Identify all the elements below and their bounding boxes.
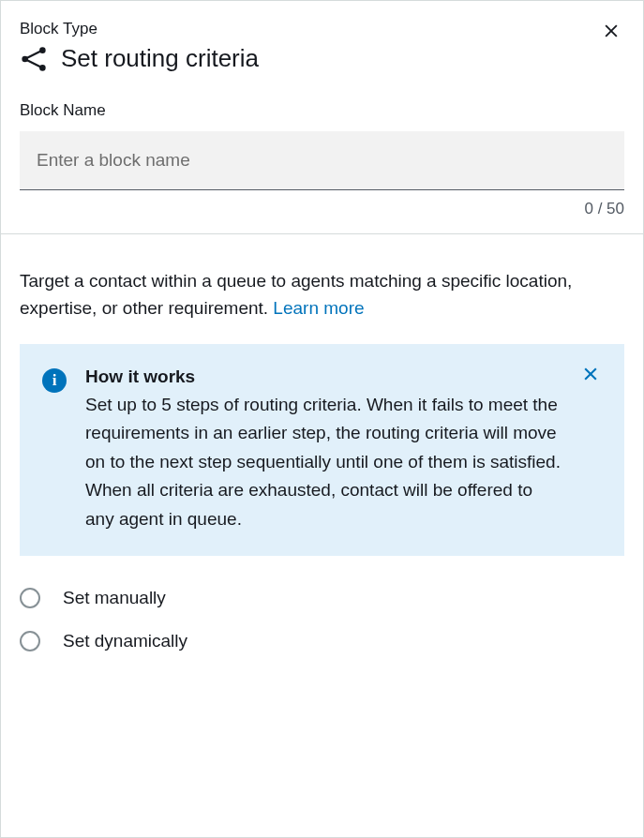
routing-icon bbox=[20, 45, 48, 73]
learn-more-link[interactable]: Learn more bbox=[273, 298, 364, 318]
radio-set-dynamically[interactable]: Set dynamically bbox=[20, 631, 624, 651]
info-title: How it works bbox=[85, 367, 564, 387]
info-body: Set up to 5 steps of routing criteria. W… bbox=[85, 391, 564, 533]
title-row: Set routing criteria bbox=[20, 44, 624, 73]
close-button[interactable] bbox=[598, 18, 624, 47]
info-icon: i bbox=[42, 368, 67, 393]
svg-line-6 bbox=[27, 59, 41, 67]
radio-indicator bbox=[20, 631, 40, 651]
radio-set-manually[interactable]: Set manually bbox=[20, 588, 624, 608]
description-text: Target a contact within a queue to agent… bbox=[20, 268, 624, 322]
info-box: i How it works Set up to 5 steps of rout… bbox=[20, 344, 624, 556]
radio-section: Set manually Set dynamically bbox=[20, 588, 624, 651]
info-close-button[interactable] bbox=[579, 363, 602, 388]
info-content: How it works Set up to 5 steps of routin… bbox=[85, 367, 602, 533]
radio-label: Set manually bbox=[63, 588, 166, 608]
radio-label: Set dynamically bbox=[63, 631, 187, 651]
svg-line-5 bbox=[27, 51, 41, 58]
block-name-label: Block Name bbox=[20, 101, 624, 120]
char-counter: 0 / 50 bbox=[20, 200, 624, 233]
radio-indicator bbox=[20, 588, 40, 608]
description-section: Target a contact within a queue to agent… bbox=[20, 234, 624, 651]
close-icon bbox=[602, 22, 621, 40]
header-section: Block Type Set routing criteria bbox=[20, 20, 624, 73]
page-title: Set routing criteria bbox=[61, 44, 259, 73]
block-name-section: Block Name 0 / 50 bbox=[20, 101, 624, 233]
block-name-input[interactable] bbox=[20, 131, 624, 190]
close-icon bbox=[581, 365, 600, 383]
block-type-label: Block Type bbox=[20, 20, 624, 38]
